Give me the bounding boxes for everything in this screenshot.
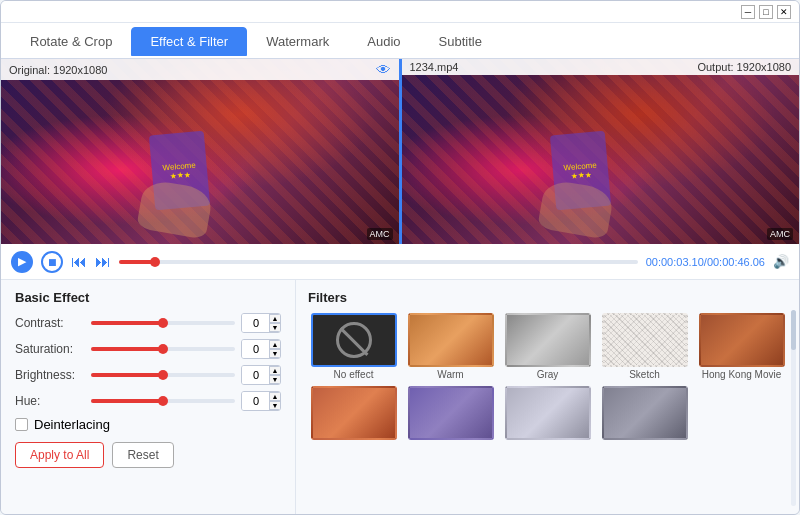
tab-audio[interactable]: Audio <box>348 27 419 56</box>
filter-thumb-hk-movie <box>699 313 785 367</box>
filter-thumb-sketch <box>602 313 688 367</box>
filter-thumb-row2-1 <box>311 386 397 440</box>
bmc-badge-left: AMC <box>367 228 393 240</box>
filename-label: 1234.mp4 <box>410 61 459 73</box>
filter-thumb-row2-4 <box>602 386 688 440</box>
eye-icon[interactable]: 👁 <box>376 61 391 78</box>
progress-bar[interactable] <box>119 260 638 264</box>
video-label-left: Original: 1920x1080 👁 <box>1 59 399 80</box>
filter-row2-3[interactable] <box>502 386 593 442</box>
filters-title: Filters <box>308 290 787 305</box>
saturation-up[interactable]: ▲ <box>269 340 281 349</box>
saturation-value-spinner[interactable]: ▲ ▼ <box>241 339 281 359</box>
deinterlace-row: Deinterlacing <box>15 417 281 432</box>
output-label: Output: 1920x1080 <box>697 61 791 73</box>
time-total: 00:00:46.06 <box>707 256 765 268</box>
video-panel-right: 1234.mp4 Output: 1920x1080 Welcome★★★ AM… <box>402 59 800 244</box>
minimize-button[interactable]: ─ <box>741 5 755 19</box>
speaker-icon[interactable]: 🔊 <box>773 254 789 269</box>
filter-thumb-warm <box>408 313 494 367</box>
deinterlace-checkbox[interactable] <box>15 418 28 431</box>
saturation-input[interactable] <box>242 340 270 358</box>
scrollbar-thumb[interactable] <box>791 310 796 350</box>
contrast-up[interactable]: ▲ <box>269 314 281 323</box>
apply-to-all-button[interactable]: Apply to All <box>15 442 104 468</box>
video-label-right: 1234.mp4 Output: 1920x1080 <box>402 59 800 75</box>
hue-row: Hue: ▲ ▼ <box>15 391 281 411</box>
brightness-value-spinner[interactable]: ▲ ▼ <box>241 365 281 385</box>
filter-no-effect[interactable]: No effect <box>308 313 399 380</box>
time-display: 00:00:03.10/00:00:46.06 <box>646 256 765 268</box>
filters-panel: Filters No effect Warm Gray <box>296 280 799 515</box>
filter-row2-2[interactable] <box>405 386 496 442</box>
hue-label: Hue: <box>15 394 85 408</box>
brightness-input[interactable] <box>242 366 270 384</box>
filter-sketch[interactable]: Sketch <box>599 313 690 380</box>
filter-thumb-gray <box>505 313 591 367</box>
tab-subtitle[interactable]: Subtitle <box>420 27 501 56</box>
filter-label-hk-movie: Hong Kong Movie <box>702 369 782 380</box>
saturation-down[interactable]: ▼ <box>269 349 281 358</box>
no-effect-icon <box>336 322 372 358</box>
close-button[interactable]: ✕ <box>777 5 791 19</box>
filter-label-sketch: Sketch <box>629 369 660 380</box>
deinterlace-label: Deinterlacing <box>34 417 110 432</box>
video-area: Original: 1920x1080 👁 Welcome★★★ AMC 123… <box>1 59 799 244</box>
play-button[interactable]: ▶ <box>11 251 33 273</box>
contrast-value-spinner[interactable]: ▲ ▼ <box>241 313 281 333</box>
time-current: 00:00:03.10 <box>646 256 704 268</box>
filter-thumb-no-effect <box>311 313 397 367</box>
filter-thumb-row2-3 <box>505 386 591 440</box>
saturation-label: Saturation: <box>15 342 85 356</box>
saturation-slider[interactable] <box>91 347 235 351</box>
maximize-button[interactable]: □ <box>759 5 773 19</box>
contrast-down[interactable]: ▼ <box>269 323 281 332</box>
brightness-down[interactable]: ▼ <box>269 375 281 384</box>
filter-thumb-row2-2 <box>408 386 494 440</box>
filter-row2-1[interactable] <box>308 386 399 442</box>
filter-hk-movie[interactable]: Hong Kong Movie <box>696 313 787 380</box>
tab-bar: Rotate & Crop Effect & Filter Watermark … <box>1 23 799 59</box>
brightness-slider[interactable] <box>91 373 235 377</box>
brightness-up[interactable]: ▲ <box>269 366 281 375</box>
contrast-slider[interactable] <box>91 321 235 325</box>
filter-label-gray: Gray <box>537 369 559 380</box>
prev-button[interactable]: ⏮ <box>71 254 87 270</box>
title-bar: ─ □ ✕ <box>1 1 799 23</box>
contrast-label: Contrast: <box>15 316 85 330</box>
filter-gray[interactable]: Gray <box>502 313 593 380</box>
hue-input[interactable] <box>242 392 270 410</box>
controls-bar: ▶ ⏹ ⏮ ⏭ 00:00:03.10/00:00:46.06 🔊 <box>1 244 799 280</box>
reset-button[interactable]: Reset <box>112 442 173 468</box>
stop-button[interactable]: ⏹ <box>41 251 63 273</box>
brightness-row: Brightness: ▲ ▼ <box>15 365 281 385</box>
bmc-badge-right: AMC <box>767 228 793 240</box>
hue-slider[interactable] <box>91 399 235 403</box>
hue-value-spinner[interactable]: ▲ ▼ <box>241 391 281 411</box>
filter-label-no-effect: No effect <box>334 369 374 380</box>
saturation-row: Saturation: ▲ ▼ <box>15 339 281 359</box>
hue-up[interactable]: ▲ <box>269 392 281 401</box>
filter-warm[interactable]: Warm <box>405 313 496 380</box>
filters-grid: No effect Warm Gray Sketch Hong Kong Mov… <box>308 313 787 442</box>
filter-label-warm: Warm <box>437 369 463 380</box>
brightness-label: Brightness: <box>15 368 85 382</box>
basic-effect-title: Basic Effect <box>15 290 281 305</box>
video-preview-right: Welcome★★★ AMC <box>402 59 800 244</box>
tab-rotate-crop[interactable]: Rotate & Crop <box>11 27 131 56</box>
basic-effect-panel: Basic Effect Contrast: ▲ ▼ Saturation: <box>1 280 296 515</box>
action-buttons: Apply to All Reset <box>15 442 281 468</box>
progress-thumb <box>150 257 160 267</box>
tab-effect-filter[interactable]: Effect & Filter <box>131 27 247 56</box>
hue-down[interactable]: ▼ <box>269 401 281 410</box>
tab-watermark[interactable]: Watermark <box>247 27 348 56</box>
video-panel-left: Original: 1920x1080 👁 Welcome★★★ AMC <box>1 59 399 244</box>
original-label: Original: 1920x1080 <box>9 64 107 76</box>
next-button[interactable]: ⏭ <box>95 254 111 270</box>
video-preview-left: Welcome★★★ AMC <box>1 59 399 244</box>
contrast-input[interactable] <box>242 314 270 332</box>
contrast-row: Contrast: ▲ ▼ <box>15 313 281 333</box>
scrollbar-track <box>791 310 796 506</box>
bottom-area: Basic Effect Contrast: ▲ ▼ Saturation: <box>1 280 799 515</box>
filter-row2-4[interactable] <box>599 386 690 442</box>
